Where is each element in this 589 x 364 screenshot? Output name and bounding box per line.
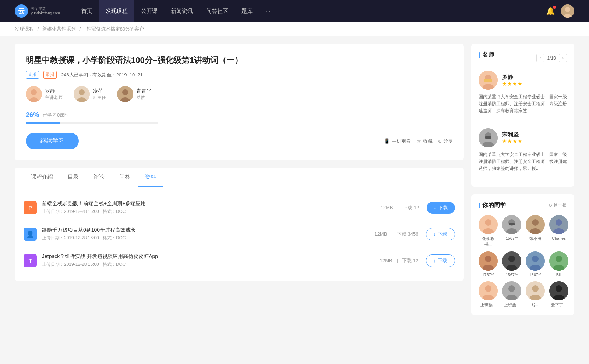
resource-meta-0: 上传日期：2019-12-28 16:00 格式：DOC xyxy=(42,208,381,215)
course-meta: 直播 录播 246人已学习 · 有效期至：2019–10–21 xyxy=(26,71,453,79)
classmate-name-10: Q... xyxy=(532,302,539,307)
download-button-1[interactable]: ↓ 下载 xyxy=(426,228,455,240)
classmate-name-5: 1567** xyxy=(505,272,518,277)
share-icon: ⎋ xyxy=(438,138,441,144)
classmate-name-8: 上班族... xyxy=(480,302,496,308)
logo-icon: 云 xyxy=(15,4,28,18)
user-avatar[interactable] xyxy=(561,4,574,18)
nav-item-discover[interactable]: 发现课程 xyxy=(99,0,134,22)
progress-label: 26% 已学习0课时 xyxy=(26,111,453,119)
svg-point-7 xyxy=(79,89,85,95)
resource-info-2: Jetpack全组件实战 开发短视频应用高仿皮皮虾App 上传日期：2019-1… xyxy=(42,253,380,268)
classmates-grid: 化学教书... 1567** 张小田 xyxy=(479,215,567,308)
svg-rect-19 xyxy=(485,136,491,139)
nav-item-news[interactable]: 新闻资讯 xyxy=(164,0,200,22)
resource-stats-0: 12MB | 下载 12 xyxy=(381,204,419,211)
teacher-item-1: 凌荷 班主任 xyxy=(74,86,106,102)
svg-point-52 xyxy=(532,285,539,292)
classmate-item-0: 化学教书... xyxy=(479,215,498,247)
download-icon: ↓ xyxy=(434,205,437,210)
logo[interactable]: 云 云朵课堂 yundoketang.com xyxy=(15,4,60,18)
classmate-avatar-4 xyxy=(479,251,498,271)
resource-icon-2: T xyxy=(24,254,37,267)
resource-icon-1: 👤 xyxy=(24,228,37,241)
svg-point-28 xyxy=(532,219,539,226)
tag-live: 直播 xyxy=(26,71,39,79)
tab-catalog[interactable]: 目录 xyxy=(60,168,86,187)
teacher-avatar-2 xyxy=(117,86,133,102)
sidebar: 名师 ‹ 1/10 › xyxy=(471,44,574,322)
classmate-avatar-2 xyxy=(526,215,545,234)
classmate-avatar-3 xyxy=(549,215,568,234)
resource-name-2: Jetpack全组件实战 开发短视频应用高仿皮皮虾App xyxy=(42,253,380,260)
svg-point-43 xyxy=(556,256,562,262)
nav-item-open[interactable]: 公开课 xyxy=(134,0,164,22)
classmates-header: 你的同学 ↻ 换一换 xyxy=(479,201,567,209)
download-button-0[interactable]: ↓ 下载 xyxy=(427,202,455,214)
tab-comments[interactable]: 评论 xyxy=(86,168,112,187)
refresh-icon: ↻ xyxy=(549,203,552,208)
classmate-name-1: 1567** xyxy=(505,236,518,240)
nav-item-more[interactable]: ··· xyxy=(259,0,277,22)
resource-meta-2: 上传日期：2019-12-28 16:00 格式：DOC xyxy=(42,261,380,268)
tab-resources[interactable]: 资料 xyxy=(138,168,163,187)
tab-qa[interactable]: 问答 xyxy=(112,168,138,187)
svg-point-49 xyxy=(508,285,515,292)
teacher-stars-1: ★★★★ xyxy=(502,138,523,144)
course-enrollment: 246人已学习 · 有效期至：2019–10–21 xyxy=(61,72,143,78)
progress-bar-fill xyxy=(26,122,60,124)
resource-info-1: 跟随千万级项目从0到100全过程高效成长 上传日期：2019-12-28 16:… xyxy=(42,227,374,241)
bell-icon[interactable]: 🔔 xyxy=(546,7,555,15)
teacher-sidebar-name-0: 罗静 xyxy=(502,74,523,81)
teacher-sidebar-desc-1: 国内某重点大学安全工程专业硕士，国家一级注册消防工程师、注册安全工程师，级注册建… xyxy=(479,151,567,172)
nav-item-quiz[interactable]: 题库 xyxy=(235,0,259,22)
teachers-next-button[interactable]: › xyxy=(559,54,567,62)
mobile-view-button[interactable]: 📱 手机观看 xyxy=(384,138,411,144)
teacher-sidebar-avatar-0 xyxy=(479,71,498,90)
classmate-avatar-11 xyxy=(549,281,568,300)
classmate-item-11: 云下丁... xyxy=(549,281,568,308)
refresh-classmates-button[interactable]: ↻ 换一换 xyxy=(549,202,567,208)
classmate-avatar-7 xyxy=(549,251,568,271)
teachers-nav: ‹ 1/10 › xyxy=(536,54,567,62)
teachers-prev-button[interactable]: ‹ xyxy=(536,54,544,62)
classmate-item-8: 上班族... xyxy=(479,281,498,308)
mobile-icon: 📱 xyxy=(384,138,390,144)
classmate-name-11: 云下丁... xyxy=(551,302,567,308)
classmate-name-7: Bill xyxy=(556,272,562,277)
classmate-item-9: 上班族... xyxy=(502,281,521,308)
classmates-card: 你的同学 ↻ 换一换 化学教书... xyxy=(471,194,574,315)
teacher-sidebar-item-0: 罗静 ★★★★ 国内某重点大学安全工程专业硕士，国家一级注册消防工程师、注册安全… xyxy=(479,71,567,115)
breadcrumb-link-series[interactable]: 新媒体营销系列 xyxy=(42,26,76,32)
avatar-image xyxy=(561,4,574,18)
resource-item: 👤 跟随千万级项目从0到100全过程高效成长 上传日期：2019-12-28 1… xyxy=(24,221,455,247)
progress-bar-bg xyxy=(26,122,158,124)
share-button[interactable]: ⎋ 分享 xyxy=(438,138,453,144)
collect-button[interactable]: ☆ 收藏 xyxy=(417,138,433,144)
teachers-list: 罗静 主讲老师 凌荷 班主任 xyxy=(26,86,453,102)
nav-item-home[interactable]: 首页 xyxy=(75,0,99,22)
classmate-avatar-8 xyxy=(479,281,498,300)
nav-item-qa[interactable]: 问答社区 xyxy=(200,0,235,22)
svg-point-37 xyxy=(508,256,515,262)
resource-stats-1: 12MB | 下载 3456 xyxy=(374,231,418,238)
teacher-stars-0: ★★★★ xyxy=(502,81,523,87)
teacher-avatar-0 xyxy=(26,86,42,102)
nav-right: 🔔 xyxy=(546,4,574,18)
teacher-name-2: 青青平 xyxy=(136,88,152,94)
star-icon: ☆ xyxy=(417,138,421,144)
course-title: 明星中教授课，小学阶段语法100分–强化级第1讲动词（一） xyxy=(26,55,453,66)
breadcrumb-link-discover[interactable]: 发现课程 xyxy=(15,26,34,32)
classmate-avatar-5 xyxy=(502,251,521,271)
tag-rec: 录播 xyxy=(43,71,57,79)
progress-section: 26% 已学习0课时 xyxy=(26,111,453,124)
resource-name-0: 前端全栈加强版！前端全栈+全周期+多端应用 xyxy=(42,200,381,207)
teachers-sidebar-title: 名师 xyxy=(479,51,494,59)
continue-learning-button[interactable]: 继续学习 xyxy=(26,133,79,149)
download-button-2[interactable]: ↓ 下载 xyxy=(426,254,455,267)
teacher-sidebar-name-1: 宋利坚 xyxy=(502,131,523,138)
teacher-sidebar-header-0: 罗静 ★★★★ xyxy=(479,71,567,90)
tab-intro[interactable]: 课程介绍 xyxy=(24,168,60,187)
download-icon: ↓ xyxy=(434,258,436,263)
teachers-page-info: 1/10 xyxy=(547,56,556,61)
